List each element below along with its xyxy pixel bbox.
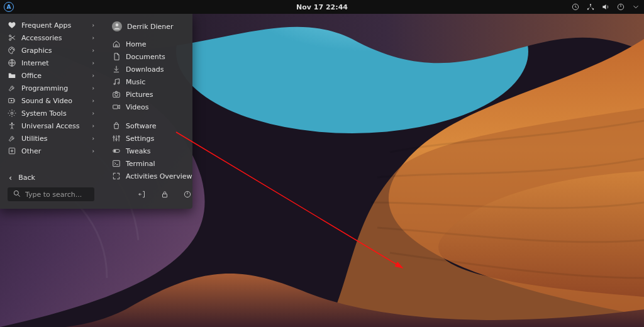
place-item-documents[interactable]: Documents	[108, 50, 196, 63]
lock-button[interactable]	[159, 189, 170, 200]
arch-logo-icon[interactable]: A	[4, 2, 14, 12]
system-item-tweaks[interactable]: Tweaks	[108, 145, 196, 157]
system-label: Tweaks	[126, 147, 192, 155]
volume-icon[interactable]	[601, 3, 610, 11]
clock-label[interactable]: Nov 17 22:44	[296, 3, 348, 11]
svg-point-15	[11, 123, 13, 124]
category-item-internet[interactable]: Internet›	[4, 57, 98, 69]
svg-point-10	[11, 48, 12, 49]
category-label: System Tools	[21, 109, 87, 118]
home-icon	[112, 40, 121, 48]
svg-rect-23	[113, 105, 118, 109]
chevron-right-icon: ›	[92, 110, 94, 116]
applications-menu: Frequent Apps›Accessories›Graphics›Inter…	[0, 14, 192, 209]
network-icon[interactable]	[586, 3, 595, 11]
folder-icon	[8, 71, 16, 80]
svg-point-9	[10, 49, 11, 50]
system-tray	[571, 3, 640, 11]
globe-icon	[8, 58, 16, 67]
svg-point-7	[9, 35, 11, 37]
chevron-right-icon: ›	[92, 47, 94, 53]
tool-icon	[8, 134, 16, 143]
category-label: Utilities	[21, 135, 87, 143]
menu-search-row	[8, 187, 94, 201]
system-item-activities-overview[interactable]: Activities Overview	[108, 170, 196, 182]
place-label: Documents	[126, 53, 192, 61]
system-item-software[interactable]: Software	[108, 119, 196, 132]
category-label: Programming	[21, 84, 87, 92]
chevron-right-icon: ›	[92, 60, 94, 66]
category-item-office[interactable]: Office›	[4, 69, 98, 82]
chevron-right-icon: ›	[92, 135, 94, 141]
category-item-system-tools[interactable]: System Tools›	[4, 107, 98, 119]
user-name-label: Derrik Diener	[127, 23, 174, 31]
gear-icon	[8, 109, 16, 118]
chevron-right-icon: ›	[92, 72, 94, 79]
system-label: Software	[126, 122, 192, 130]
chevron-right-icon: ›	[92, 35, 94, 41]
doc-icon	[112, 52, 121, 61]
svg-point-26	[118, 136, 119, 137]
svg-point-22	[115, 93, 118, 96]
system-item-terminal[interactable]: Terminal	[108, 157, 196, 170]
expand-icon	[112, 172, 121, 180]
power-icon[interactable]	[616, 3, 625, 11]
svg-point-19	[114, 83, 115, 84]
plus-icon	[8, 147, 16, 155]
top-bar: A Nov 17 22:44	[0, 0, 644, 14]
shutdown-button[interactable]	[182, 189, 193, 200]
place-label: Music	[126, 78, 192, 86]
session-buttons-row	[108, 186, 196, 206]
category-label: Other	[21, 147, 87, 155]
chevron-right-icon: ›	[92, 123, 94, 129]
category-item-sound-video[interactable]: Sound & Video›	[4, 94, 98, 107]
menu-back-label: Back	[18, 174, 35, 182]
category-item-graphics[interactable]: Graphics›	[4, 44, 98, 57]
category-label: Frequent Apps	[21, 21, 87, 30]
place-item-music[interactable]: Music	[108, 75, 196, 88]
chevron-right-icon: ›	[92, 148, 94, 154]
update-indicator-icon[interactable]	[571, 3, 580, 11]
tool-icon	[8, 84, 16, 92]
place-item-videos[interactable]: Videos	[108, 101, 196, 113]
system-label: Terminal	[126, 160, 192, 168]
place-item-home[interactable]: Home	[108, 38, 196, 50]
video-icon	[112, 103, 121, 111]
place-label: Videos	[126, 103, 192, 111]
svg-point-17	[14, 191, 18, 195]
svg-point-18	[116, 23, 119, 26]
svg-point-25	[116, 139, 117, 140]
category-label: Office	[21, 72, 87, 80]
menu-back-button[interactable]: ‹ Back	[4, 171, 98, 184]
download-icon	[112, 65, 121, 74]
terminal-icon	[112, 159, 121, 168]
place-item-pictures[interactable]: Pictures	[108, 88, 196, 101]
tray-chevron-down-icon[interactable]	[631, 3, 640, 11]
svg-point-14	[11, 112, 13, 114]
chevron-right-icon: ›	[92, 22, 94, 28]
toggle-icon	[112, 147, 121, 155]
svg-point-20	[118, 82, 119, 84]
category-item-other[interactable]: Other›	[4, 145, 98, 157]
place-item-downloads[interactable]: Downloads	[108, 63, 196, 75]
category-item-accessories[interactable]: Accessories›	[4, 31, 98, 44]
system-label: Activities Overview	[126, 172, 192, 180]
category-label: Graphics	[21, 47, 87, 55]
svg-point-24	[113, 136, 114, 138]
access-icon	[8, 121, 16, 130]
category-item-utilities[interactable]: Utilities›	[4, 132, 98, 145]
category-item-universal-access[interactable]: Universal Access›	[4, 119, 98, 132]
system-item-settings[interactable]: Settings	[108, 132, 196, 145]
menu-user-row[interactable]: Derrik Diener	[108, 19, 196, 34]
system-label: Settings	[126, 135, 192, 143]
camera-icon	[112, 90, 121, 99]
heart-icon	[8, 21, 16, 30]
category-item-programming[interactable]: Programming›	[4, 82, 98, 94]
svg-point-11	[13, 49, 14, 50]
svg-point-3	[590, 4, 591, 5]
chevron-right-icon: ›	[92, 85, 94, 91]
svg-rect-30	[163, 194, 167, 197]
logout-button[interactable]	[136, 189, 148, 200]
chevron-left-icon: ‹	[9, 173, 12, 182]
category-item-frequent-apps[interactable]: Frequent Apps›	[4, 19, 98, 31]
